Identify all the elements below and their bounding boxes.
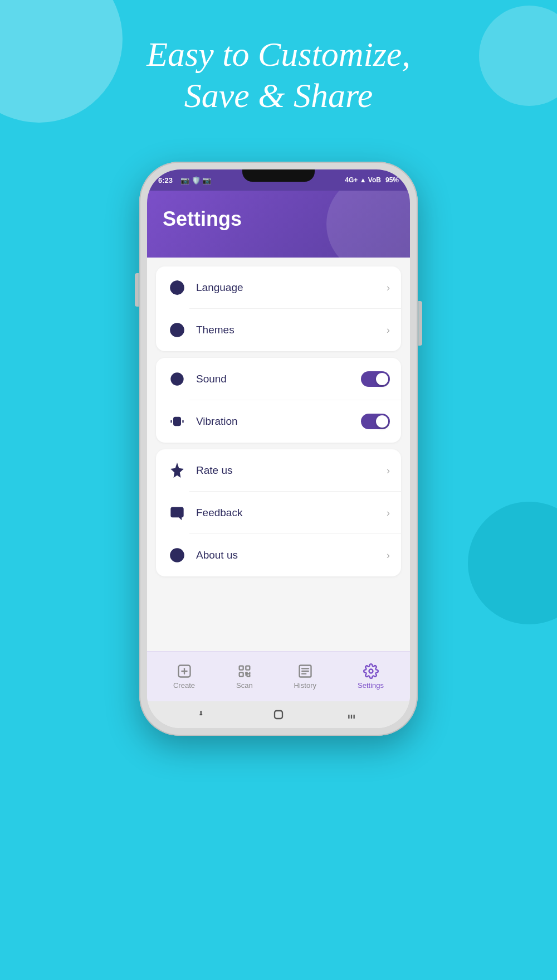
hero-line1: Easy to Customize,	[0, 33, 557, 75]
settings-group-2: Sound Vibration	[156, 358, 401, 443]
info-icon	[167, 545, 187, 565]
svg-rect-9	[172, 508, 183, 517]
app-title: Settings	[163, 207, 394, 231]
about-us-chevron: ›	[387, 550, 390, 561]
phone-screen: 6:23 📷 🛡️ 📷 4G+ ▲ VoB 95% Settings	[147, 169, 410, 728]
app-header: Settings	[147, 191, 410, 258]
status-time: 6:23	[158, 176, 173, 185]
globe-icon	[167, 278, 187, 298]
nav-scan-label: Scan	[236, 681, 253, 690]
themes-label: Themes	[196, 324, 387, 336]
settings-group-3: Rate us › Feedback	[156, 449, 401, 576]
status-right: 4G+ ▲ VoB 95%	[345, 176, 399, 184]
sound-toggle[interactable]	[361, 371, 390, 387]
svg-point-3	[176, 326, 178, 328]
hero-text: Easy to Customize, Save & Share	[0, 33, 557, 117]
nav-create-label: Create	[173, 681, 195, 690]
svg-rect-28	[275, 711, 282, 719]
status-battery: 95%	[385, 176, 399, 184]
settings-item-feedback[interactable]: Feedback ›	[156, 492, 401, 534]
svg-point-2	[174, 328, 176, 330]
status-left: 6:23 📷 🛡️ 📷	[158, 176, 211, 185]
phone-inner: 6:23 📷 🛡️ 📷 4G+ ▲ VoB 95% Settings	[147, 169, 410, 728]
svg-rect-8	[174, 418, 180, 425]
language-label: Language	[196, 282, 387, 294]
rate-us-label: Rate us	[196, 464, 387, 477]
nav-history-label: History	[294, 681, 316, 690]
settings-item-sound[interactable]: Sound	[156, 358, 401, 400]
nav-item-scan[interactable]: Scan	[225, 659, 264, 694]
settings-content: Language ›	[147, 258, 410, 651]
about-us-label: About us	[196, 549, 387, 561]
language-chevron: ›	[387, 282, 390, 294]
sound-label: Sound	[196, 373, 361, 385]
home-bar	[147, 701, 410, 728]
notch	[242, 169, 315, 182]
svg-point-4	[179, 328, 181, 330]
phone-outer: 6:23 📷 🛡️ 📷 4G+ ▲ VoB 95% Settings	[139, 162, 418, 736]
nav-item-settings[interactable]: Settings	[346, 659, 395, 694]
nav-item-history[interactable]: History	[283, 659, 328, 694]
svg-rect-16	[239, 666, 243, 670]
svg-rect-18	[239, 672, 243, 676]
feedback-label: Feedback	[196, 507, 387, 519]
svg-point-23	[369, 669, 373, 673]
vibration-toggle[interactable]	[361, 414, 390, 429]
themes-chevron: ›	[387, 324, 390, 336]
bg-circle-mr	[468, 502, 557, 624]
status-signal: 4G+ ▲ VoB	[345, 176, 381, 184]
rate-icon	[167, 460, 187, 481]
nav-item-create[interactable]: Create	[162, 659, 206, 694]
nav-settings-label: Settings	[358, 681, 384, 690]
settings-item-about-us[interactable]: About us ›	[156, 534, 401, 576]
home-bar-recent[interactable]	[344, 707, 359, 722]
bottom-nav: Create Scan	[147, 651, 410, 701]
hero-line2: Save & Share	[0, 75, 557, 116]
home-bar-home[interactable]	[271, 707, 286, 722]
rate-us-chevron: ›	[387, 465, 390, 477]
settings-group-1: Language ›	[156, 266, 401, 351]
phone-wrapper: 6:23 📷 🛡️ 📷 4G+ ▲ VoB 95% Settings	[139, 162, 418, 736]
feedback-chevron: ›	[387, 507, 390, 519]
palette-icon	[167, 320, 187, 340]
svg-point-7	[177, 379, 178, 380]
vibration-icon	[167, 411, 187, 431]
settings-item-vibration[interactable]: Vibration	[156, 400, 401, 443]
settings-item-language[interactable]: Language ›	[156, 266, 401, 309]
vibration-label: Vibration	[196, 415, 361, 428]
svg-rect-17	[246, 666, 250, 670]
settings-item-themes[interactable]: Themes ›	[156, 309, 401, 351]
home-bar-back[interactable]	[198, 707, 213, 722]
settings-item-rate-us[interactable]: Rate us ›	[156, 449, 401, 492]
sound-icon	[167, 369, 187, 389]
feedback-icon	[167, 503, 187, 523]
